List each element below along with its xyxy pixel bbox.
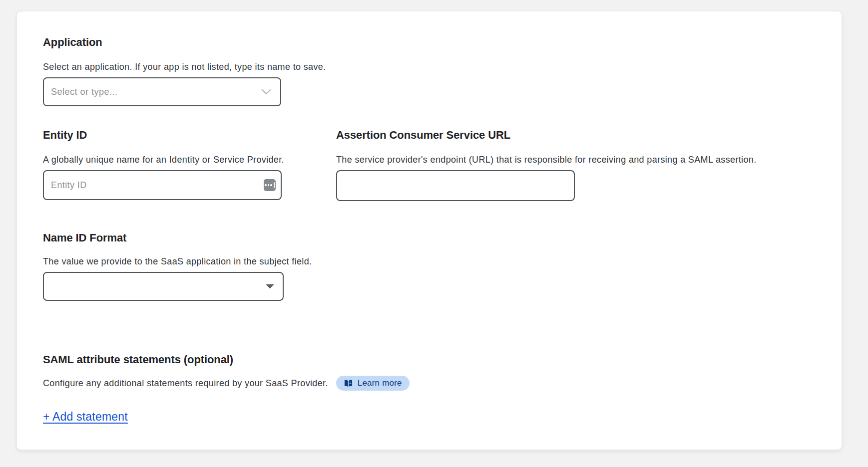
entity-id-section: Entity ID A globally unique name for an … bbox=[43, 128, 282, 201]
saml-attribute-statements-description: Configure any additional statements requ… bbox=[43, 378, 328, 389]
entity-acs-row: Entity ID A globally unique name for an … bbox=[43, 128, 816, 201]
learn-more-label: Learn more bbox=[358, 378, 402, 388]
saml-attribute-statements-section: SAML attribute statements (optional) Con… bbox=[43, 353, 816, 424]
application-description: Select an application. If your app is no… bbox=[43, 61, 816, 72]
entity-id-field-wrap bbox=[43, 170, 282, 200]
application-title: Application bbox=[43, 35, 816, 49]
name-id-format-title: Name ID Format bbox=[43, 231, 816, 245]
application-section: Application Select an application. If yo… bbox=[43, 35, 816, 106]
application-select[interactable]: Select or type... bbox=[43, 77, 281, 106]
name-id-format-description: The value we provide to the SaaS applica… bbox=[43, 256, 816, 267]
application-select-placeholder: Select or type... bbox=[44, 87, 118, 97]
saml-config-card: Application Select an application. If yo… bbox=[16, 11, 842, 450]
saml-attribute-statements-title: SAML attribute statements (optional) bbox=[43, 353, 816, 367]
acs-url-section: Assertion Consumer Service URL The servi… bbox=[336, 128, 816, 201]
acs-url-title: Assertion Consumer Service URL bbox=[336, 128, 816, 142]
entity-id-input[interactable] bbox=[43, 170, 282, 200]
autofill-ellipsis-icon[interactable] bbox=[264, 179, 276, 191]
acs-url-input[interactable] bbox=[336, 170, 575, 201]
learn-more-button[interactable]: Learn more bbox=[336, 376, 410, 391]
name-id-format-section: Name ID Format The value we provide to t… bbox=[43, 231, 816, 301]
acs-url-field-wrap bbox=[336, 170, 575, 201]
saml-description-row: Configure any additional statements requ… bbox=[43, 376, 816, 391]
chevron-down-icon bbox=[261, 89, 271, 95]
book-open-icon bbox=[344, 379, 353, 388]
entity-id-description: A globally unique name for an Identity o… bbox=[43, 154, 282, 165]
name-id-format-select[interactable] bbox=[43, 272, 284, 301]
acs-url-description: The service provider's endpoint (URL) th… bbox=[336, 154, 816, 165]
add-statement-link[interactable]: + Add statement bbox=[43, 410, 128, 424]
caret-down-icon bbox=[266, 284, 274, 289]
entity-id-title: Entity ID bbox=[43, 128, 282, 142]
